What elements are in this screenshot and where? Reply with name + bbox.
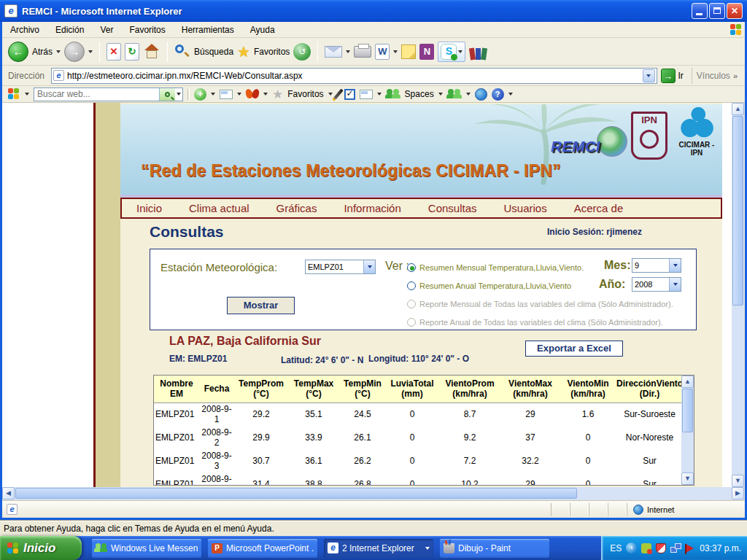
butterfly-dropdown-icon[interactable] (263, 93, 268, 96)
anio-select[interactable]: 2008 (632, 277, 681, 292)
menu-edicion[interactable]: Edición (47, 23, 92, 37)
back-button[interactable]: ← (8, 42, 28, 62)
menu-favoritos[interactable]: Favoritos (121, 23, 173, 37)
live-favorites-dropdown-icon[interactable] (328, 93, 333, 96)
language-indicator[interactable]: ES (610, 543, 622, 553)
msn-butterfly-icon[interactable] (246, 89, 259, 99)
restore-button[interactable] (709, 3, 725, 19)
live-favorites-label[interactable]: Favoritos (287, 89, 323, 99)
mes-select[interactable]: 9 (632, 258, 681, 273)
menu-ver[interactable]: Ver (92, 23, 121, 37)
search-icon[interactable] (174, 44, 190, 60)
spaces-icon[interactable] (386, 89, 400, 99)
nav-item-informacion[interactable]: Información (344, 202, 417, 214)
live-flag-dropdown-icon[interactable] (25, 93, 29, 96)
help-icon[interactable]: ? (492, 88, 504, 101)
radio-icon[interactable] (407, 263, 416, 272)
edit-dropdown-icon[interactable] (393, 50, 398, 53)
skype-toolbar-button[interactable] (438, 42, 465, 62)
horizontal-scroll-thumb[interactable] (15, 488, 577, 499)
scroll-right-icon[interactable]: ▶ (732, 487, 744, 499)
anio-select-arrow-icon[interactable] (669, 278, 681, 291)
table-scrollbar[interactable]: ▲ ▼ (681, 376, 694, 485)
forward-dropdown-icon[interactable] (88, 50, 93, 53)
address-dropdown-icon[interactable] (643, 69, 655, 82)
scroll-left-icon[interactable]: ◀ (2, 487, 15, 499)
radio-icon[interactable] (407, 281, 416, 290)
start-button[interactable]: Inicio (0, 536, 82, 560)
back-dropdown-icon[interactable] (56, 50, 61, 53)
menu-ayuda[interactable]: Ayuda (242, 23, 283, 37)
live-search-box[interactable] (34, 88, 183, 101)
export-excel-button[interactable]: Exportar a Excel (525, 341, 623, 357)
live-favorites-star-icon[interactable]: ★ (272, 87, 283, 102)
back-label[interactable]: Atrás (32, 47, 53, 57)
table-scroll-thumb[interactable] (682, 389, 693, 432)
network-icon[interactable] (670, 543, 681, 553)
tray-live-icon[interactable] (641, 543, 651, 553)
mail-dropdown-icon[interactable] (346, 50, 350, 53)
horizontal-scrollbar[interactable]: ◀ ▶ (2, 487, 744, 500)
nav-item-usuarios[interactable]: Usuarios (504, 202, 564, 214)
messenger-icon[interactable] (447, 89, 462, 99)
live-search-input[interactable] (34, 89, 159, 99)
task-group-dropdown-icon[interactable] (425, 547, 430, 550)
research-icon[interactable] (469, 44, 487, 60)
table-scroll-up-icon[interactable]: ▲ (681, 376, 694, 388)
nav-item-graficas[interactable]: Gráficas (276, 202, 334, 214)
live-mail-icon[interactable] (360, 90, 373, 99)
notes-icon[interactable] (401, 44, 416, 59)
flag-icon[interactable] (686, 544, 694, 553)
menu-herramientas[interactable]: Herramientas (174, 23, 242, 37)
task-powerpoint[interactable]: P Microsoft PowerPoint ... (208, 539, 317, 558)
address-input-box[interactable]: e (51, 68, 657, 84)
mail-icon[interactable] (325, 46, 342, 58)
print-icon[interactable] (354, 46, 371, 58)
nav-item-acerca-de[interactable]: Acerca de (574, 202, 640, 214)
form-fill-dropdown-icon[interactable] (237, 93, 241, 96)
live-search-dropdown-icon[interactable] (177, 93, 181, 96)
search-label[interactable]: Búsqueda (194, 47, 233, 57)
home-icon[interactable] (143, 44, 160, 60)
task-messenger[interactable]: Windows Live Messen... (92, 539, 201, 558)
live-search-button[interactable] (159, 88, 175, 101)
favorites-star-icon[interactable]: ★ (237, 44, 250, 59)
scroll-up-icon[interactable]: ▲ (732, 103, 744, 115)
ver-option[interactable]: Resumen Mensual Temperatura,Lluvia,Vient… (407, 258, 604, 276)
nav-item-consultas[interactable]: Consultas (428, 202, 494, 214)
nav-item-inicio[interactable]: Inicio (136, 202, 179, 214)
spaces-label[interactable]: Spaces (405, 89, 434, 99)
live-mail-dropdown-icon[interactable] (377, 93, 382, 96)
live-flag-icon[interactable] (8, 88, 20, 101)
add-dropdown-icon[interactable] (211, 93, 215, 96)
menu-archivo[interactable]: Archivo (2, 23, 47, 37)
edit-word-icon[interactable]: W (375, 44, 390, 60)
nav-item-clima-actual[interactable]: Clima actual (189, 202, 266, 214)
favorites-label[interactable]: Favoritos (254, 47, 290, 57)
spaces-dropdown-icon[interactable] (438, 93, 443, 96)
skype-dropdown-icon[interactable] (458, 50, 462, 53)
mostrar-button[interactable]: Mostrar (227, 297, 295, 314)
messenger-dropdown-icon[interactable] (466, 93, 471, 96)
station-select[interactable]: EMLPZ01 (305, 260, 376, 274)
refresh-icon[interactable]: ↻ (125, 43, 139, 61)
vertical-scroll-thumb[interactable] (732, 116, 743, 306)
go-button[interactable]: → Ir (661, 69, 688, 83)
help-dropdown-icon[interactable] (508, 93, 513, 96)
history-icon[interactable]: ↺ (293, 43, 311, 61)
stop-icon[interactable]: ✕ (107, 43, 121, 61)
links-button[interactable]: Vínculos » (692, 68, 742, 84)
security-shield-icon[interactable] (656, 543, 666, 553)
highlighter-icon[interactable] (333, 89, 343, 100)
tray-chevron-icon[interactable]: ‹ (626, 542, 637, 553)
minimize-button[interactable] (692, 3, 708, 19)
form-fill-icon[interactable] (220, 90, 233, 99)
table-scroll-down-icon[interactable]: ▼ (681, 472, 694, 485)
onenote-icon[interactable]: N (419, 44, 434, 60)
address-input[interactable] (67, 71, 639, 81)
mes-select-arrow-icon[interactable] (669, 259, 681, 272)
add-icon[interactable]: + (194, 88, 206, 101)
checkbox-icon[interactable] (344, 89, 355, 100)
task-internet-explorer[interactable]: e 2 Internet Explorer (324, 539, 433, 558)
task-paint[interactable]: Dibujo - Paint (440, 539, 549, 558)
